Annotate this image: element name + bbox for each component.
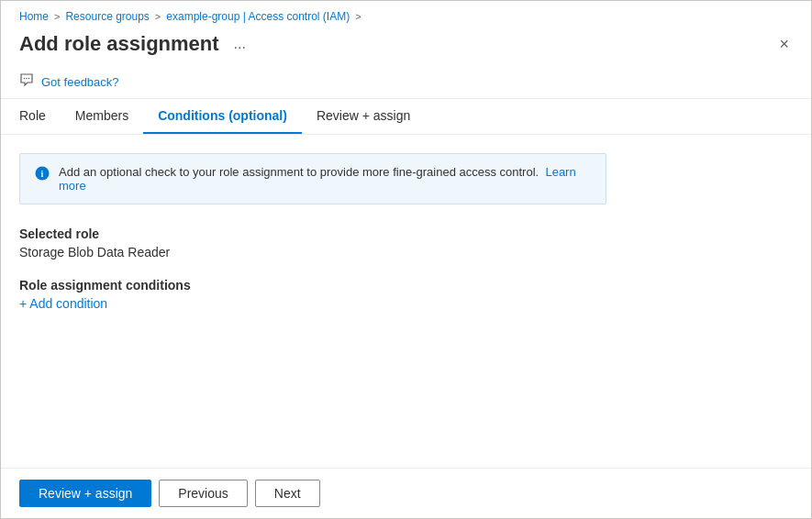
content-area: i Add an optional check to your role ass…	[1, 135, 811, 468]
review-assign-button[interactable]: Review + assign	[19, 480, 151, 507]
svg-point-2	[28, 78, 30, 80]
breadcrumb: Home > Resource groups > example-group |…	[1, 1, 811, 28]
info-icon: i	[35, 166, 50, 193]
window: Home > Resource groups > example-group |…	[0, 0, 812, 519]
ellipsis-button[interactable]: ...	[228, 34, 251, 54]
breadcrumb-sep-3: >	[355, 11, 361, 22]
breadcrumb-sep-2: >	[155, 11, 161, 22]
selected-role-value: Storage Blob Data Reader	[19, 245, 793, 260]
feedback-text[interactable]: Got feedback?	[41, 75, 119, 89]
header-row: Add role assignment ... ×	[1, 28, 811, 65]
selected-role-label: Selected role	[19, 226, 793, 241]
tab-conditions[interactable]: Conditions (optional)	[143, 99, 302, 134]
svg-point-0	[24, 78, 26, 80]
close-button[interactable]: ×	[775, 32, 793, 56]
feedback-row: Got feedback?	[1, 65, 811, 99]
conditions-label: Role assignment conditions	[19, 278, 793, 293]
tab-members[interactable]: Members	[61, 99, 143, 134]
tabs-row: Role Members Conditions (optional) Revie…	[1, 99, 811, 135]
svg-text:i: i	[41, 169, 44, 179]
previous-button[interactable]: Previous	[159, 480, 247, 507]
svg-point-1	[26, 78, 28, 80]
footer: Review + assign Previous Next	[1, 468, 811, 518]
tab-role[interactable]: Role	[19, 99, 61, 134]
breadcrumb-iam[interactable]: example-group | Access control (IAM)	[166, 10, 350, 23]
tab-review-assign[interactable]: Review + assign	[302, 99, 425, 134]
breadcrumb-sep-1: >	[54, 11, 60, 22]
info-text: Add an optional check to your role assig…	[59, 165, 591, 193]
breadcrumb-resource-groups[interactable]: Resource groups	[65, 10, 149, 23]
info-box: i Add an optional check to your role ass…	[19, 153, 606, 204]
header-left: Add role assignment ...	[19, 32, 251, 56]
page-title: Add role assignment	[19, 32, 219, 56]
add-condition-link[interactable]: + Add condition	[19, 296, 107, 311]
breadcrumb-home[interactable]: Home	[19, 10, 49, 23]
next-button[interactable]: Next	[255, 480, 320, 507]
add-condition-text: + Add condition	[19, 296, 107, 311]
feedback-icon	[19, 72, 34, 91]
